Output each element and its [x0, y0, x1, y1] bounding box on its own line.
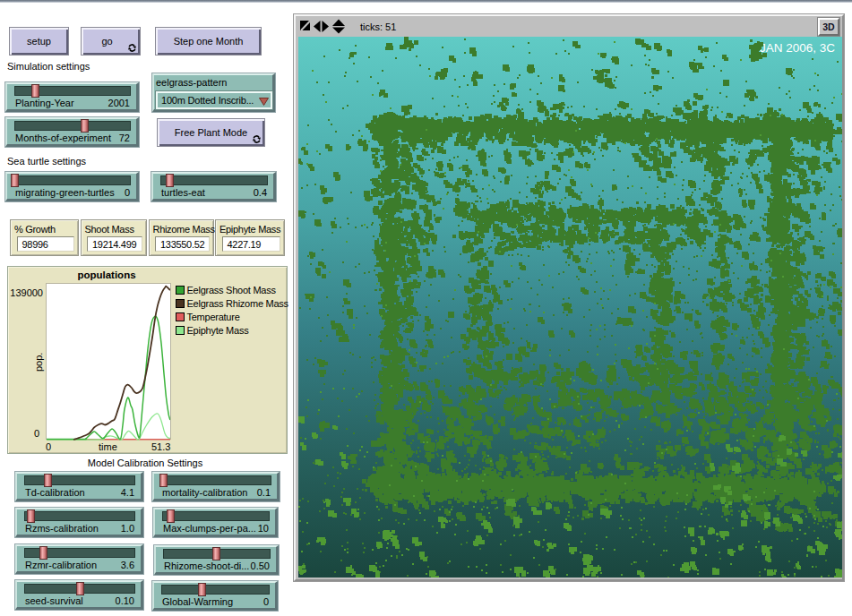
- svg-text:JAN 2006, 3C: JAN 2006, 3C: [760, 41, 835, 55]
